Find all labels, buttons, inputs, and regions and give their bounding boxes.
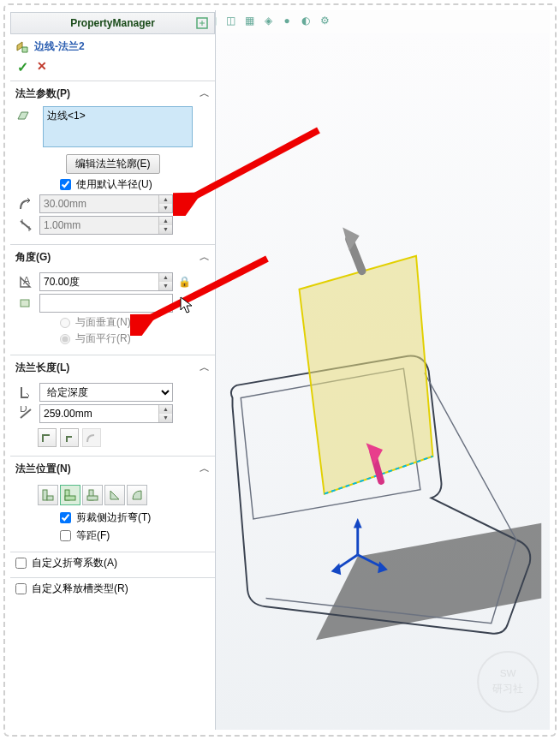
position-bend-outside-icon[interactable] (82, 485, 103, 505)
use-default-radius-checkbox[interactable] (60, 179, 71, 190)
bend-radius-spinner: ▲▼ (158, 195, 172, 212)
perpendicular-label: 与面垂直(N) (75, 315, 131, 330)
svg-rect-25 (47, 496, 53, 500)
section-position: 法兰位置(N) ︿ 剪裁侧边折弯(T) 等距(F) (10, 456, 215, 552)
end-condition-select[interactable]: 给定深度 (39, 383, 173, 402)
svg-rect-27 (65, 496, 75, 500)
section-title-position: 法兰位置(N) (15, 462, 71, 476)
svg-text:研习社: 研习社 (492, 683, 523, 694)
svg-marker-1 (300, 256, 433, 494)
offset-label: 等距(F) (76, 528, 110, 543)
ok-button[interactable]: ✓ (17, 59, 28, 75)
length-ref-outer-icon[interactable] (38, 428, 57, 447)
lock-icon[interactable]: 🔒 (178, 276, 191, 288)
svg-marker-8 (354, 518, 362, 528)
pm-header: PropertyManager (10, 12, 215, 34)
watermark-icon: SW 研习社 (478, 652, 538, 712)
edge-selection-icon (15, 106, 33, 123)
perpendicular-radio (60, 318, 70, 328)
edit-flange-profile-button[interactable]: 编辑法兰轮廓(E) (66, 154, 160, 174)
custom-relief-type-checkbox[interactable] (15, 583, 27, 594)
use-default-radius-label: 使用默认半径(U) (76, 177, 152, 192)
model-view-svg: SW 研习社 (216, 33, 550, 730)
custom-bend-allowance-label: 自定义折弯系数(A) (32, 556, 117, 570)
display-style-icon[interactable]: ▦ (241, 13, 257, 28)
edit-appearance-icon[interactable]: ● (279, 13, 295, 28)
section-custom-bend: 自定义折弯系数(A) (10, 552, 215, 577)
graphics-viewport[interactable]: SW 研习社 (216, 33, 550, 730)
cancel-button[interactable]: ✕ (37, 59, 47, 75)
edge-selection-box[interactable]: 边线<1> (43, 106, 193, 147)
svg-rect-24 (43, 490, 47, 500)
svg-marker-12 (331, 564, 342, 576)
section-title-length: 法兰长度(L) (15, 361, 69, 375)
property-manager-panel: PropertyManager 边线-法兰2 ✓ ✕ 法兰参数(P) ︿ (10, 10, 216, 730)
feature-name-row: 边线-法兰2 (10, 36, 215, 57)
apply-scene-icon[interactable]: ◐ (298, 13, 313, 28)
flange-angle-spinner[interactable]: ▲▼ (158, 273, 172, 290)
bend-radius-icon (15, 196, 36, 212)
svg-text:A: A (23, 275, 30, 287)
custom-relief-type-label: 自定义释放槽类型(R) (32, 582, 128, 596)
translate-arrow-icon (343, 228, 361, 272)
gap-distance-icon (15, 218, 36, 233)
reference-face-icon (15, 295, 36, 311)
offset-checkbox[interactable] (60, 530, 71, 541)
hide-show-icon[interactable]: ◈ (260, 13, 276, 28)
section-length: 法兰长度(L) ︿ 给定深度 D ▲▼ (10, 355, 215, 456)
svg-rect-29 (87, 496, 98, 500)
parallel-radio (60, 334, 70, 344)
custom-bend-allowance-checkbox[interactable] (15, 558, 27, 569)
trim-side-bends-checkbox[interactable] (60, 512, 71, 523)
section-flange-params: 法兰参数(P) ︿ 边线<1> 编辑法兰轮廓(E) 使用默认半径(U) (10, 81, 215, 244)
svg-text:SW: SW (500, 667, 516, 678)
flange-length-input[interactable] (39, 404, 173, 423)
parallel-label: 与面平行(R) (75, 331, 131, 346)
flange-angle-input[interactable] (39, 272, 173, 291)
collapse-icon[interactable]: ︿ (200, 462, 210, 476)
flange-length-spinner[interactable]: ▲▼ (158, 405, 172, 422)
view-settings-icon[interactable]: ⚙ (317, 13, 332, 28)
bend-radius-input (39, 194, 173, 213)
reference-face-input[interactable] (39, 294, 173, 313)
trim-side-bends-label: 剪裁侧边折弯(T) (76, 510, 151, 525)
edge-flange-icon (15, 40, 29, 54)
section-title-angle: 角度(G) (15, 250, 51, 265)
svg-text:D: D (20, 406, 27, 415)
position-material-outside-icon[interactable] (60, 485, 80, 505)
section-title-flange-params: 法兰参数(P) (15, 87, 70, 101)
svg-rect-21 (21, 300, 29, 307)
position-tangent-icon[interactable] (127, 485, 147, 505)
feature-name: 边线-法兰2 (34, 39, 85, 54)
collapse-icon[interactable]: ︿ (200, 361, 210, 375)
selected-edge: 边线<1> (47, 110, 86, 122)
view-orientation-icon[interactable]: ◫ (223, 13, 238, 28)
length-ref-inner-icon[interactable] (60, 428, 79, 447)
end-condition-icon (15, 385, 36, 400)
pin-icon[interactable] (195, 16, 209, 30)
angle-icon: A (15, 274, 36, 289)
length-icon: D (15, 406, 36, 421)
length-ref-tangent-icon[interactable] (82, 428, 101, 447)
gap-distance-spinner: ▲▼ (158, 217, 172, 234)
pm-title: PropertyManager (70, 17, 155, 29)
gap-distance-input (39, 216, 173, 235)
position-material-inside-icon[interactable] (38, 485, 58, 505)
cursor-icon (180, 296, 195, 315)
collapse-icon[interactable]: ︿ (200, 87, 210, 101)
collapse-icon[interactable]: ︿ (200, 250, 210, 265)
position-virtual-sharp-icon[interactable] (104, 485, 125, 505)
section-custom-relief: 自定义释放槽类型(R) (10, 577, 215, 603)
